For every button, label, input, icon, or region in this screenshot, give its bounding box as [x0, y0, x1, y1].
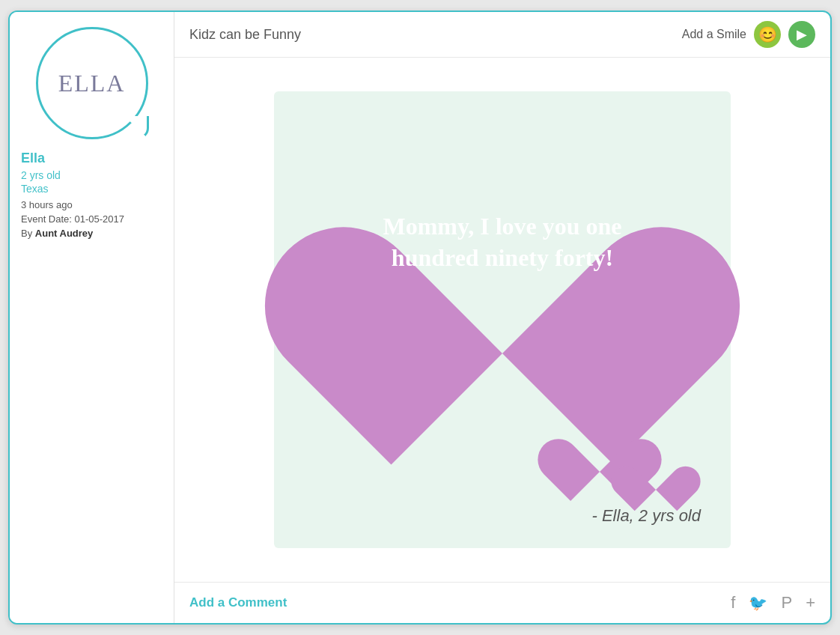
avatar-container: ELLA	[21, 27, 162, 139]
user-name: Ella	[21, 151, 45, 166]
top-bar: Kidz can be Funny Add a Smile 😊 ▶	[174, 12, 830, 58]
heart-large	[345, 129, 660, 421]
smile-actions: Add a Smile 😊 ▶	[682, 21, 815, 48]
social-icons: f 🐦 P +	[731, 593, 815, 613]
card-image: Mommy, I love you one hundred ninety for…	[274, 91, 731, 548]
image-area: Mommy, I love you one hundred ninety for…	[174, 58, 830, 582]
user-age: 2 yrs old	[21, 169, 61, 181]
avatar: ELLA	[36, 27, 148, 139]
post-time: 3 hours ago	[21, 199, 73, 210]
smile-button[interactable]: 😊	[754, 21, 781, 48]
user-location: Texas	[21, 183, 49, 195]
main-content: Kidz can be Funny Add a Smile 😊 ▶ Mommy,…	[174, 12, 830, 623]
heart-text: Mommy, I love you one hundred ninety for…	[368, 211, 637, 273]
heart-small-2	[626, 448, 686, 503]
facebook-icon[interactable]: f	[731, 593, 735, 613]
caption-text: - Ella, 2 yrs old	[592, 506, 701, 526]
plus-icon[interactable]: +	[806, 593, 815, 613]
share-button[interactable]: ▶	[788, 21, 815, 48]
add-smile-label: Add a Smile	[682, 28, 746, 41]
sidebar: ELLA Ella 2 yrs old Texas 3 hours ago Ev…	[10, 12, 174, 623]
event-date: Event Date: 01-05-2017	[21, 213, 124, 225]
pinterest-icon[interactable]: P	[781, 593, 792, 613]
twitter-icon[interactable]: 🐦	[749, 594, 767, 612]
site-title: Kidz can be Funny	[189, 27, 301, 43]
posted-by: By Aunt Audrey	[21, 228, 93, 239]
add-comment-link[interactable]: Add a Comment	[189, 595, 287, 610]
avatar-text: ELLA	[58, 70, 126, 97]
posted-by-prefix: By	[21, 228, 35, 239]
bottom-bar: Add a Comment f 🐦 P +	[174, 582, 830, 623]
posted-by-author: Aunt Audrey	[35, 228, 94, 239]
